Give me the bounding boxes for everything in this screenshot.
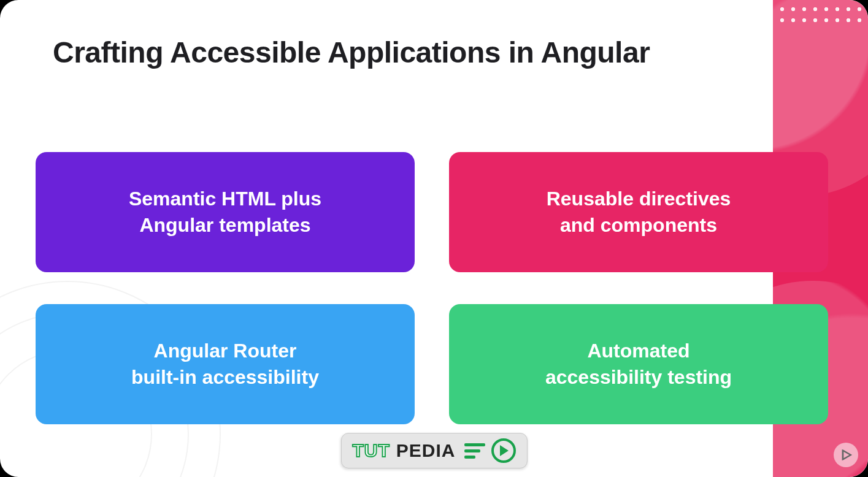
watermark-text-pedia: PEDIA	[396, 440, 456, 461]
card-label: Reusable directives and components	[547, 186, 731, 238]
card-semantic-html: Semantic HTML plus Angular templates	[36, 152, 415, 272]
speed-lines-icon	[464, 443, 485, 459]
watermark-badge: TUT PEDIA	[340, 433, 527, 468]
slide-title: Crafting Accessible Applications in Angu…	[53, 36, 650, 69]
card-label: Semantic HTML plus Angular templates	[129, 186, 321, 238]
slide: Crafting Accessible Applications in Angu…	[0, 0, 868, 477]
card-automated-testing: Automated accessibility testing	[449, 304, 828, 424]
corner-play-icon[interactable]	[834, 443, 858, 467]
card-label: Angular Router built-in accessibility	[131, 338, 319, 391]
card-grid: Semantic HTML plus Angular templates Reu…	[36, 152, 828, 424]
play-circle-icon	[491, 438, 516, 463]
card-reusable-directives: Reusable directives and components	[449, 152, 828, 272]
card-angular-router: Angular Router built-in accessibility	[36, 304, 415, 424]
decorative-dots	[773, 0, 868, 25]
watermark-text-tut: TUT	[352, 440, 390, 461]
card-label: Automated accessibility testing	[545, 338, 732, 391]
